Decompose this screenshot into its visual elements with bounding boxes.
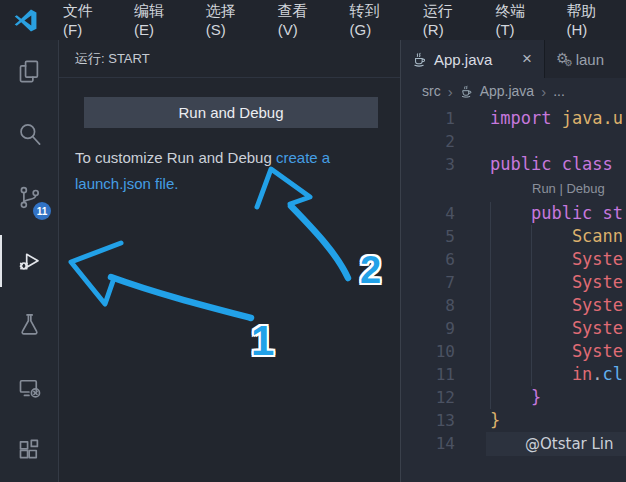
- line-number: 14: [401, 432, 455, 455]
- explorer-icon[interactable]: [0, 40, 58, 103]
- close-icon[interactable]: ×: [518, 49, 536, 69]
- code-line: 7 Syste: [401, 271, 626, 294]
- code-line: 10 Syste: [401, 340, 626, 363]
- activity-bar: 11: [0, 40, 59, 482]
- breadcrumb-src[interactable]: src: [422, 83, 441, 99]
- line-number: 7: [401, 271, 455, 294]
- testing-icon[interactable]: [0, 293, 58, 356]
- menu-bar: 文件(F)编辑(E)选择(S)查看(V)转到(G)运行(R)终端(T)帮助(H): [0, 0, 626, 40]
- code-line: 2: [401, 130, 626, 153]
- line-number: 11: [401, 363, 455, 386]
- code-line: 11 in.cl: [401, 363, 626, 386]
- line-number: 6: [401, 248, 455, 271]
- code-line: 6 Syste: [401, 248, 626, 271]
- line-number: 1: [401, 107, 455, 130]
- code-line: 13}: [401, 409, 626, 432]
- vscode-logo-icon: [13, 8, 38, 33]
- gear-icon: ⚙⚙: [556, 50, 569, 68]
- tab-app-java[interactable]: App.java ×: [401, 40, 545, 78]
- code-line: 8 Syste: [401, 294, 626, 317]
- line-number: 9: [401, 317, 455, 340]
- line-number: 2: [401, 130, 455, 153]
- line-number: 8: [401, 294, 455, 317]
- panel-title: 运行: START: [59, 40, 400, 78]
- watermark: @Otstar Lin: [486, 432, 626, 456]
- code-line: 3public class: [401, 153, 626, 176]
- workbench: 11 运行: START Run and Debug To customize …: [0, 40, 626, 482]
- menu-items: 文件(F)编辑(E)选择(S)查看(V)转到(G)运行(R)终端(T)帮助(H): [50, 2, 626, 38]
- line-number: 4: [401, 202, 455, 225]
- code-line: 9 Syste: [401, 317, 626, 340]
- menu-item[interactable]: 终端(T): [482, 2, 553, 38]
- breadcrumb: src › App.java › ...: [401, 78, 626, 104]
- source-control-icon[interactable]: 11: [0, 166, 58, 229]
- tab-bar: App.java × ⚙⚙ laun: [401, 40, 626, 78]
- breadcrumb-symbol[interactable]: ...: [553, 83, 565, 99]
- run-and-debug-icon[interactable]: [0, 229, 58, 292]
- menu-item[interactable]: 选择(S): [193, 2, 265, 38]
- editor-group: App.java × ⚙⚙ laun src › App.java › ... …: [401, 40, 626, 482]
- line-number: 13: [401, 409, 455, 432]
- chevron-right-icon: ›: [541, 83, 546, 100]
- tab-label: App.java: [434, 51, 492, 68]
- panel-title-label: 运行: START: [75, 50, 150, 68]
- tab-launch-json[interactable]: ⚙⚙ laun: [545, 40, 626, 78]
- line-number: 3: [401, 153, 455, 176]
- breadcrumb-file[interactable]: App.java: [480, 83, 534, 99]
- run-debug-panel: 运行: START Run and Debug To customize Run…: [59, 40, 401, 482]
- source-control-badge: 11: [33, 202, 51, 220]
- code-lines: 1import java.u23public class Run | Debug…: [401, 107, 626, 455]
- menu-item[interactable]: 运行(R): [410, 2, 483, 38]
- code-editor[interactable]: 1import java.u23public class Run | Debug…: [401, 104, 626, 482]
- remote-explorer-icon[interactable]: [0, 356, 58, 419]
- extensions-icon[interactable]: [0, 419, 58, 482]
- line-number: 10: [401, 340, 455, 363]
- code-line: 12 }: [401, 386, 626, 409]
- menu-item[interactable]: 转到(G): [336, 2, 409, 38]
- menu-item[interactable]: 文件(F): [50, 2, 121, 38]
- java-file-icon: [412, 52, 427, 67]
- code-line: 5 Scann: [401, 225, 626, 248]
- line-number: 5: [401, 225, 455, 248]
- run-and-debug-button[interactable]: Run and Debug: [84, 97, 378, 128]
- chevron-right-icon: ›: [448, 83, 453, 100]
- indent-guide: [490, 202, 491, 409]
- customize-hint: To customize Run and Debug create a laun…: [75, 145, 384, 197]
- java-file-icon: [460, 85, 473, 98]
- line-number: 12: [401, 386, 455, 409]
- hint-text: To customize Run and Debug: [75, 149, 276, 166]
- code-line: 1import java.u: [401, 107, 626, 130]
- menu-item[interactable]: 帮助(H): [553, 2, 626, 38]
- tab-label: laun: [576, 51, 604, 68]
- codelens-run-debug[interactable]: Run | Debug: [401, 176, 626, 202]
- menu-item[interactable]: 编辑(E): [121, 2, 193, 38]
- menu-item[interactable]: 查看(V): [265, 2, 337, 38]
- code-line: 4 public st: [401, 202, 626, 225]
- indent-guide: [531, 225, 532, 386]
- search-icon[interactable]: [0, 103, 58, 166]
